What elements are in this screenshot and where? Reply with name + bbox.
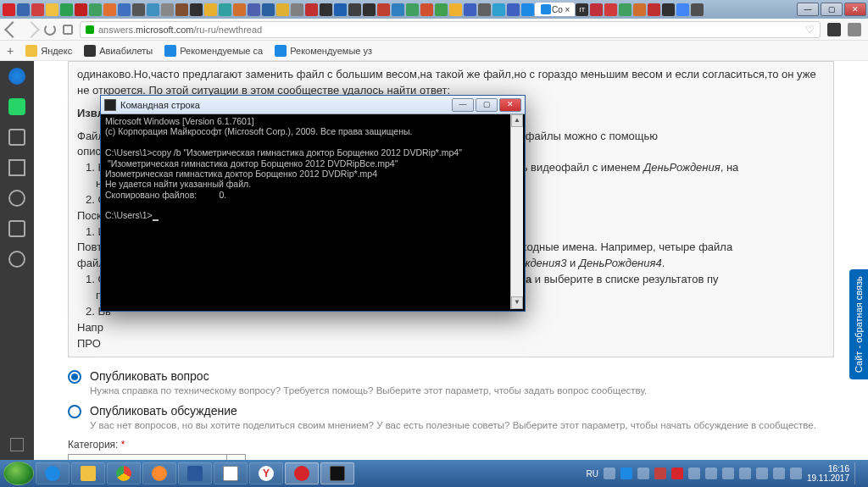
favicon[interactable] xyxy=(420,3,433,16)
tab-close[interactable]: × xyxy=(565,5,570,14)
taskbar-ie[interactable] xyxy=(36,462,70,484)
favicon[interactable] xyxy=(648,3,660,16)
cmd-window[interactable]: Командная строка — ▢ ✕ Microsoft Windows… xyxy=(100,95,526,312)
favicon[interactable] xyxy=(521,3,534,16)
grid-icon[interactable] xyxy=(8,159,25,176)
taskbar-cmd[interactable] xyxy=(320,462,354,484)
cmd-titlebar[interactable]: Командная строка — ▢ ✕ xyxy=(101,96,525,114)
tray-icon[interactable] xyxy=(705,468,717,479)
favicon[interactable] xyxy=(406,3,419,16)
tray-icon[interactable] xyxy=(739,468,751,479)
active-tab[interactable]: Со × xyxy=(535,3,575,16)
favicon[interactable] xyxy=(118,3,131,16)
favicon[interactable] xyxy=(60,3,73,16)
option-post-question[interactable]: Опубликовать вопрос xyxy=(68,369,834,384)
back-button[interactable] xyxy=(4,21,21,38)
favicon[interactable] xyxy=(103,3,116,16)
favicon[interactable] xyxy=(46,3,58,16)
favicon[interactable]: IT xyxy=(576,3,588,16)
tray-icon[interactable] xyxy=(722,468,734,479)
favicon[interactable] xyxy=(233,3,246,16)
favicon[interactable] xyxy=(449,3,462,16)
bookmark-rec2[interactable]: Рекомендуемые уз xyxy=(275,45,372,57)
favicon[interactable] xyxy=(492,3,505,16)
favicon[interactable] xyxy=(392,3,404,16)
cmd-maximize-button[interactable]: ▢ xyxy=(476,98,498,112)
feedback-tab[interactable]: Сайт - обратная связь xyxy=(849,269,868,379)
favicon[interactable] xyxy=(507,3,520,16)
sidebar-toggle[interactable] xyxy=(10,438,24,451)
option-post-discussion[interactable]: Опубликовать обсуждение xyxy=(68,404,834,418)
favicon[interactable] xyxy=(348,3,361,16)
favicon[interactable] xyxy=(75,3,87,16)
taskbar-opera[interactable] xyxy=(285,462,319,484)
radio-discussion[interactable] xyxy=(68,405,81,418)
favicon[interactable] xyxy=(89,3,102,16)
tray-volume-icon[interactable] xyxy=(756,468,768,479)
tray-icon[interactable] xyxy=(620,468,632,479)
favicon[interactable] xyxy=(633,3,646,16)
favicon[interactable] xyxy=(204,3,217,16)
taskbar-yandex[interactable]: Y xyxy=(249,462,283,484)
favicon[interactable] xyxy=(590,3,603,16)
favicon[interactable] xyxy=(262,3,275,16)
extension-icon[interactable] xyxy=(827,23,841,36)
category-select[interactable]: - Выберите - xyxy=(68,454,246,460)
history-icon[interactable] xyxy=(8,251,25,268)
favicon[interactable] xyxy=(363,3,376,16)
favicon[interactable] xyxy=(619,3,632,16)
cmd-minimize-button[interactable]: — xyxy=(452,98,474,112)
close-button[interactable]: ✕ xyxy=(844,3,866,16)
cmd-scrollbar[interactable]: ▲ ▼ xyxy=(510,114,523,309)
taskbar-media[interactable] xyxy=(142,462,176,484)
scroll-up-icon[interactable]: ▲ xyxy=(511,114,523,127)
bookmark-heart-icon[interactable]: ♡ xyxy=(805,24,815,36)
taskbar-chrome[interactable] xyxy=(107,462,141,484)
taskbar-app[interactable] xyxy=(214,462,248,484)
cmd-close-button[interactable]: ✕ xyxy=(499,98,521,112)
whatsapp-icon[interactable] xyxy=(8,98,25,115)
favicon[interactable] xyxy=(190,3,203,16)
favicon[interactable] xyxy=(305,3,318,16)
tray-flag-icon[interactable] xyxy=(790,468,802,479)
favicon[interactable] xyxy=(132,3,145,16)
favicon[interactable] xyxy=(377,3,390,16)
taskbar-word[interactable] xyxy=(178,462,212,484)
favicon[interactable] xyxy=(320,3,332,16)
tray-icon[interactable] xyxy=(637,468,649,479)
tray-icon[interactable] xyxy=(688,468,700,479)
add-bookmark-button[interactable]: + xyxy=(7,44,14,58)
messenger-icon[interactable] xyxy=(8,68,25,85)
favicon[interactable] xyxy=(334,3,347,16)
tray-icon[interactable] xyxy=(604,468,615,479)
favicon[interactable] xyxy=(175,3,188,16)
bookmark-rec1[interactable]: Рекомендуемые са xyxy=(164,45,263,57)
favicon[interactable] xyxy=(248,3,260,16)
address-input[interactable]: answers.microsoft.com/ru-ru/newthread ♡ xyxy=(80,21,821,38)
bookmark-sidebar-icon[interactable] xyxy=(8,220,25,237)
download-icon[interactable] xyxy=(848,23,861,36)
camera-icon[interactable] xyxy=(8,129,25,146)
favicon[interactable] xyxy=(291,3,303,16)
scroll-down-icon[interactable]: ▼ xyxy=(511,296,523,309)
language-indicator[interactable]: RU xyxy=(586,469,598,479)
bookmark-aviasales[interactable]: Авиабилеты xyxy=(84,45,153,57)
favicon[interactable] xyxy=(691,3,704,16)
forward-button[interactable] xyxy=(23,21,40,38)
cmd-output[interactable]: Microsoft Windows [Version 6.1.7601] (c)… xyxy=(103,114,523,309)
favicon[interactable] xyxy=(276,3,289,16)
taskbar-clock[interactable]: 16:16 19.11.2017 xyxy=(807,464,849,483)
favicon[interactable] xyxy=(662,3,675,16)
favicon[interactable] xyxy=(478,3,491,16)
favicon[interactable] xyxy=(464,3,476,16)
minimize-button[interactable]: — xyxy=(797,3,819,16)
favicon[interactable] xyxy=(161,3,174,16)
favicon[interactable] xyxy=(147,3,159,16)
favicon[interactable] xyxy=(31,3,44,16)
taskbar-explorer[interactable] xyxy=(71,462,105,484)
start-button[interactable] xyxy=(3,462,34,485)
favicon[interactable] xyxy=(17,3,30,16)
favicon[interactable] xyxy=(676,3,689,16)
favicon[interactable] xyxy=(604,3,617,16)
favicon[interactable] xyxy=(219,3,231,16)
